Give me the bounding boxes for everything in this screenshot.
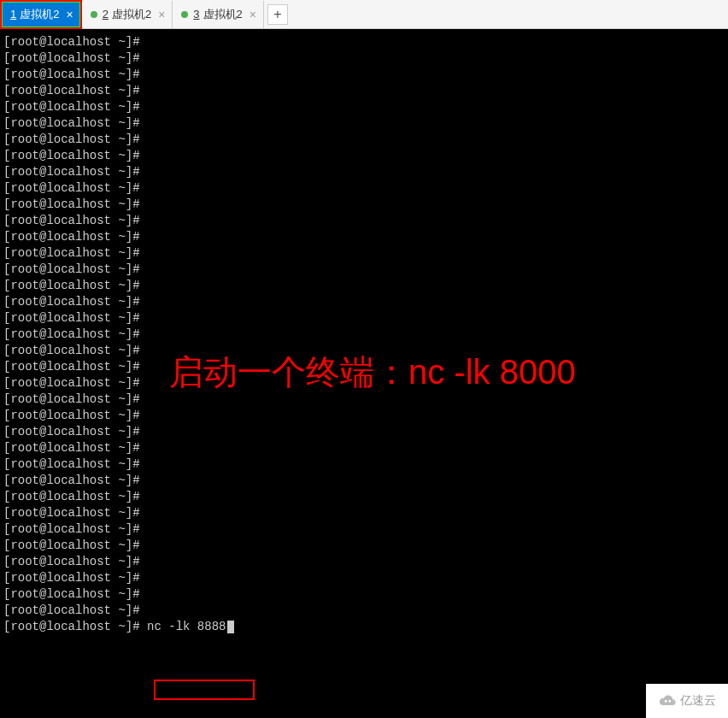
terminal-prompt-line: [root@localhost ~]#: [3, 473, 725, 489]
terminal-prompt-line: [root@localhost ~]#: [3, 391, 725, 408]
terminal-prompt-line: [root@localhost ~]#: [3, 408, 725, 424]
close-icon[interactable]: ×: [66, 8, 73, 21]
terminal-prompt-line: [root@localhost ~]#: [3, 245, 725, 262]
cloud-icon: [658, 693, 677, 709]
terminal-prompt-line: [root@localhost ~]#: [3, 34, 725, 50]
terminal-prompt-line: [root@localhost ~]#: [3, 132, 725, 148]
terminal-prompt-line: [root@localhost ~]#: [3, 343, 725, 359]
terminal-prompt-line: [root@localhost ~]#: [3, 50, 725, 67]
terminal-prompt-line: [root@localhost ~]#: [3, 115, 725, 132]
close-icon[interactable]: ×: [158, 8, 165, 21]
terminal-prompt-line: [root@localhost ~]#: [3, 67, 725, 83]
tab-label: 虚拟机2: [20, 7, 59, 22]
terminal-prompt-line: [root@localhost ~]#: [3, 278, 725, 294]
terminal-output[interactable]: [root@localhost ~]#[root@localhost ~]#[r…: [0, 29, 728, 718]
tab-label: 虚拟机2: [112, 7, 151, 22]
terminal-prompt-line: [root@localhost ~]#: [3, 456, 725, 473]
terminal-prompt-line: [root@localhost ~]#: [3, 213, 725, 229]
terminal-prompt-line: [root@localhost ~]#: [3, 164, 725, 180]
terminal-prompt-line: [root@localhost ~]#: [3, 505, 725, 521]
terminal-prompt-line: [root@localhost ~]#: [3, 262, 725, 278]
terminal-prompt-line: [root@localhost ~]#: [3, 294, 725, 310]
close-icon[interactable]: ×: [250, 8, 256, 21]
terminal-prompt-line: [root@localhost ~]#: [3, 180, 725, 197]
tab-1[interactable]: 1 虚拟机2 ×: [0, 0, 82, 29]
terminal-command-line: [root@localhost ~]# nc -lk 8888: [3, 619, 725, 635]
terminal-prompt-line: [root@localhost ~]#: [3, 538, 725, 554]
terminal-prompt-line: [root@localhost ~]#: [3, 603, 725, 619]
cursor-icon: [227, 621, 234, 633]
terminal-prompt-line: [root@localhost ~]#: [3, 586, 725, 603]
watermark-text: 亿速云: [680, 693, 716, 709]
terminal-prompt-line: [root@localhost ~]#: [3, 197, 725, 213]
terminal-prompt-line: [root@localhost ~]#: [3, 570, 725, 586]
terminal-prompt-line: [root@localhost ~]#: [3, 489, 725, 505]
terminal-prompt-line: [root@localhost ~]#: [3, 327, 725, 343]
terminal-prompt-line: [root@localhost ~]#: [3, 375, 725, 391]
tab-label: 虚拟机2: [203, 7, 243, 22]
tab-number: 2: [103, 8, 109, 21]
status-dot-icon: [181, 11, 188, 18]
status-dot-icon: [91, 11, 97, 18]
tab-bar: 1 虚拟机2 × 2 虚拟机2 × 3 虚拟机2 × +: [0, 0, 728, 29]
terminal-prompt-line: [root@localhost ~]#: [3, 310, 725, 327]
terminal-prompt-line: [root@localhost ~]#: [3, 99, 725, 115]
terminal-prompt-line: [root@localhost ~]#: [3, 521, 725, 538]
terminal-prompt-line: [root@localhost ~]#: [3, 229, 725, 245]
tab-number: 1: [10, 8, 16, 21]
terminal-prompt-line: [root@localhost ~]#: [3, 554, 725, 570]
terminal-prompt-line: [root@localhost ~]#: [3, 359, 725, 375]
watermark: 亿速云: [646, 684, 728, 718]
tab-number: 3: [193, 8, 199, 21]
terminal-prompt-line: [root@localhost ~]#: [3, 148, 725, 164]
terminal-prompt-line: [root@localhost ~]#: [3, 83, 725, 99]
terminal-prompt-line: [root@localhost ~]#: [3, 424, 725, 440]
add-tab-button[interactable]: +: [267, 4, 288, 25]
tab-3[interactable]: 3 虚拟机2 ×: [173, 1, 264, 28]
terminal-prompt-line: [root@localhost ~]#: [3, 440, 725, 456]
tab-2[interactable]: 2 虚拟机2 ×: [82, 1, 173, 28]
